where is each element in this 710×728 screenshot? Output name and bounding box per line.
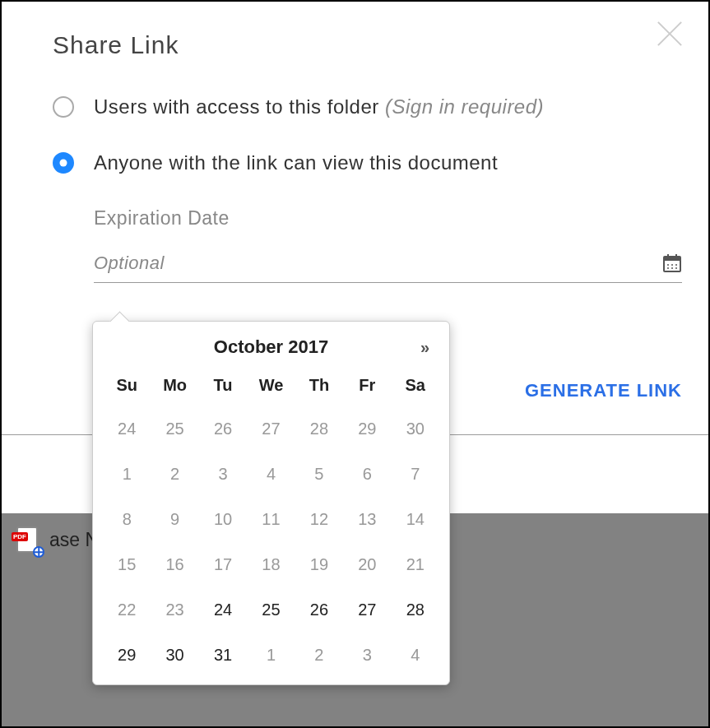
datepicker-day[interactable]: 18 — [247, 544, 295, 586]
datepicker-day[interactable]: 10 — [199, 498, 247, 540]
expiration-date-field[interactable] — [94, 253, 682, 283]
option-users-with-access[interactable]: Users with access to this folder (Sign i… — [53, 95, 682, 118]
option-users-with-access-label: Users with access to this folder (Sign i… — [94, 95, 544, 118]
datepicker-day[interactable]: 30 — [392, 408, 439, 450]
datepicker-day[interactable]: 26 — [199, 408, 247, 450]
datepicker-day[interactable]: 8 — [103, 498, 151, 540]
datepicker-day[interactable]: 4 — [392, 634, 439, 676]
datepicker-day[interactable]: 31 — [199, 634, 247, 676]
datepicker-day[interactable]: 25 — [151, 408, 198, 450]
datepicker-dow: Sa — [392, 369, 439, 405]
datepicker-day[interactable]: 4 — [247, 453, 295, 495]
svg-point-8 — [671, 267, 673, 269]
datepicker-dow: Th — [295, 369, 343, 405]
datepicker-day[interactable]: 27 — [343, 589, 391, 631]
datepicker-day[interactable]: 9 — [151, 498, 198, 540]
datepicker-day[interactable]: 30 — [151, 634, 198, 676]
datepicker-day[interactable]: 19 — [295, 544, 343, 586]
svg-rect-2 — [667, 254, 669, 258]
datepicker-day[interactable]: 14 — [392, 498, 439, 540]
radio-anyone-with-link[interactable] — [53, 152, 74, 174]
modal-title: Share Link — [53, 31, 682, 59]
datepicker-day[interactable]: 5 — [295, 453, 343, 495]
datepicker-day[interactable]: 21 — [392, 544, 439, 586]
svg-point-6 — [675, 264, 677, 266]
datepicker-popup: October 2017 » SuMoTuWeThFrSa24252627282… — [92, 321, 450, 685]
datepicker-dow: Fr — [343, 369, 391, 405]
svg-point-9 — [675, 267, 677, 269]
datepicker-day[interactable]: 24 — [199, 589, 247, 631]
datepicker-day[interactable]: 17 — [199, 544, 247, 586]
datepicker-day[interactable]: 7 — [392, 453, 439, 495]
datepicker-day[interactable]: 13 — [343, 498, 391, 540]
datepicker-day[interactable]: 2 — [295, 634, 343, 676]
datepicker-day[interactable]: 1 — [103, 453, 151, 495]
expiration-date-input[interactable] — [94, 253, 662, 274]
svg-point-4 — [667, 264, 669, 266]
datepicker-day[interactable]: 2 — [151, 453, 198, 495]
datepicker-day[interactable]: 28 — [295, 408, 343, 450]
svg-rect-3 — [675, 254, 677, 258]
datepicker-month-title: October 2017 — [214, 336, 328, 357]
datepicker-day[interactable]: 16 — [151, 544, 198, 586]
datepicker-day[interactable]: 29 — [343, 408, 391, 450]
radio-users-with-access[interactable] — [53, 96, 74, 118]
close-icon[interactable] — [652, 16, 687, 51]
datepicker-day[interactable]: 1 — [247, 634, 295, 676]
datepicker-day[interactable]: 3 — [343, 634, 391, 676]
svg-point-5 — [671, 264, 673, 266]
svg-rect-1 — [664, 257, 680, 261]
datepicker-day[interactable]: 20 — [343, 544, 391, 586]
option-anyone-with-link[interactable]: Anyone with the link can view this docum… — [53, 151, 682, 174]
datepicker-day[interactable]: 29 — [103, 634, 151, 676]
datepicker-dow: We — [247, 369, 295, 405]
datepicker-day[interactable]: 27 — [247, 408, 295, 450]
datepicker-day[interactable]: 15 — [103, 544, 151, 586]
datepicker-dow: Tu — [199, 369, 247, 405]
datepicker-day[interactable]: 22 — [103, 589, 151, 631]
option-anyone-with-link-label: Anyone with the link can view this docum… — [94, 151, 498, 174]
datepicker-day[interactable]: 28 — [392, 589, 439, 631]
datepicker-day[interactable]: 12 — [295, 498, 343, 540]
expiration-date-label: Expiration Date — [94, 207, 682, 230]
datepicker-day[interactable]: 6 — [343, 453, 391, 495]
svg-point-7 — [667, 267, 669, 269]
datepicker-dow: Su — [103, 369, 151, 405]
generate-link-button[interactable]: GENERATE LINK — [525, 380, 682, 401]
datepicker-day[interactable]: 3 — [199, 453, 247, 495]
calendar-icon[interactable] — [662, 253, 682, 273]
datepicker-day[interactable]: 24 — [103, 408, 151, 450]
datepicker-day[interactable]: 23 — [151, 589, 198, 631]
pdf-shared-icon: PDF — [16, 526, 38, 553]
datepicker-day[interactable]: 26 — [295, 589, 343, 631]
datepicker-dow: Mo — [151, 369, 198, 405]
datepicker-day[interactable]: 11 — [247, 498, 295, 540]
datepicker-next-icon[interactable]: » — [420, 338, 428, 357]
datepicker-day[interactable]: 25 — [247, 589, 295, 631]
